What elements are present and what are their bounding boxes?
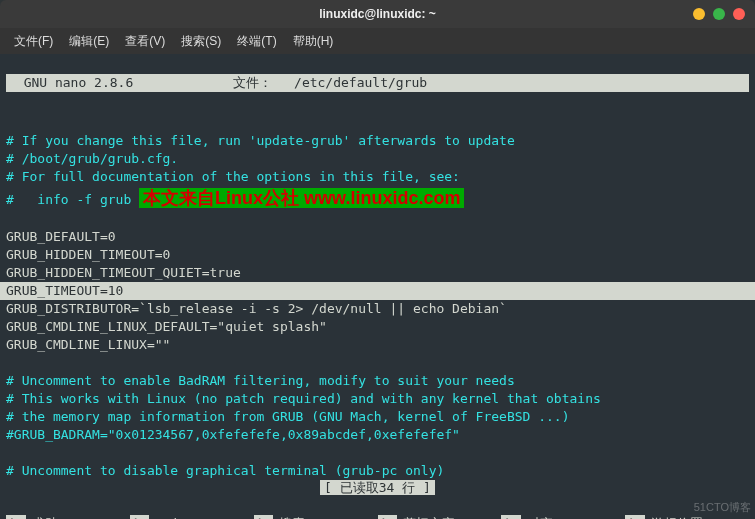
minimize-icon[interactable] [693, 8, 705, 20]
config-line: GRUB_CMDLINE_LINUX="" [6, 337, 170, 352]
comment-line: # This works with Linux (no patch requir… [6, 391, 601, 406]
shortcut-search: ^W搜索 [254, 515, 378, 519]
menu-help[interactable]: 帮助(H) [287, 29, 340, 54]
nano-status-text: [ 已读取34 行 ] [320, 480, 435, 495]
config-line: GRUB_CMDLINE_LINUX_DEFAULT="quiet splash… [6, 319, 327, 334]
window-controls [693, 8, 745, 20]
comment-line: # If you change this file, run 'update-g… [6, 133, 515, 148]
shortcut-help: ^G求助 [6, 515, 130, 519]
watermark-overlay: 本文来自Linux公社 www.linuxidc.com [139, 188, 464, 208]
editor-content[interactable]: # If you change this file, run 'update-g… [6, 110, 749, 498]
terminal-area[interactable]: GNU nano 2.8.6文件： /etc/default/grub # If… [0, 54, 755, 519]
close-icon[interactable] [733, 8, 745, 20]
shortcut-justify: ^J对齐 [501, 515, 625, 519]
menu-view[interactable]: 查看(V) [119, 29, 171, 54]
window-title: linuxidc@linuxidc: ~ [319, 7, 436, 21]
comment-line: # /boot/grub/grub.cfg. [6, 151, 178, 166]
comment-line: # Uncomment to enable BadRAM filtering, … [6, 373, 515, 388]
shortcut-writeout: ^OWrite Out [130, 515, 254, 519]
nano-file-path: /etc/default/grub [286, 74, 747, 92]
config-line: GRUB_HIDDEN_TIMEOUT_QUIET=true [6, 265, 241, 280]
blog-watermark: 51CTO博客 [694, 500, 751, 515]
maximize-icon[interactable] [713, 8, 725, 20]
config-line: GRUB_HIDDEN_TIMEOUT=0 [6, 247, 170, 262]
nano-header: GNU nano 2.8.6文件： /etc/default/grub [6, 74, 749, 92]
cursor-line: GRUB_TIMEOUT=10 [0, 282, 755, 300]
comment-line: # For full documentation of the options … [6, 169, 460, 184]
comment-line: # the memory map information from GRUB (… [6, 409, 570, 424]
config-line: GRUB_DEFAULT=0 [6, 229, 116, 244]
nano-shortcuts: ^G求助 ^OWrite Out ^W搜索 ^K剪切文字 ^J对齐 ^C游标位置… [0, 515, 755, 519]
menu-edit[interactable]: 编辑(E) [63, 29, 115, 54]
shortcut-cut: ^K剪切文字 [378, 515, 502, 519]
nano-status-line: [ 已读取34 行 ] [6, 479, 749, 497]
nano-file-label: 文件： [233, 74, 286, 92]
comment-line: #GRUB_BADRAM="0x01234567,0xfefefefe,0x89… [6, 427, 460, 442]
menubar: 文件(F) 编辑(E) 查看(V) 搜索(S) 终端(T) 帮助(H) [0, 28, 755, 54]
config-line: GRUB_DISTRIBUTOR=`lsb_release -i -s 2> /… [6, 301, 507, 316]
menu-file[interactable]: 文件(F) [8, 29, 59, 54]
nano-version: GNU nano 2.8.6 [8, 74, 233, 92]
window-titlebar: linuxidc@linuxidc: ~ [0, 0, 755, 28]
shortcut-cursor: ^C游标位置 [625, 515, 749, 519]
menu-terminal[interactable]: 终端(T) [231, 29, 282, 54]
comment-line: # Uncomment to disable graphical termina… [6, 463, 444, 478]
comment-line: # info -f grub [6, 192, 139, 207]
menu-search[interactable]: 搜索(S) [175, 29, 227, 54]
